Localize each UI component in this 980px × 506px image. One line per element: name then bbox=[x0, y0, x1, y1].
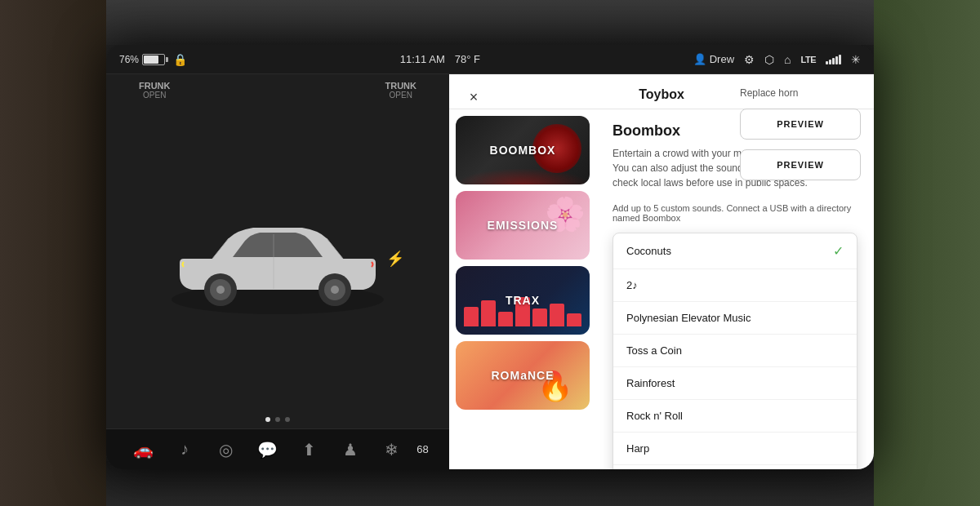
signal-bar-4 bbox=[835, 56, 838, 64]
status-right: 👤 Drew ⚙ ⬡ ⌂ LTE ✳ bbox=[693, 53, 861, 66]
lock-icon: 🔒 bbox=[173, 53, 187, 66]
nav-messages[interactable]: 💬 bbox=[251, 433, 283, 466]
bg-right bbox=[874, 0, 980, 506]
boombox-label: BOOMBOX bbox=[490, 144, 556, 157]
svg-point-3 bbox=[216, 286, 225, 294]
settings-icon[interactable]: ⚙ bbox=[744, 53, 755, 66]
car-area: ⚡ bbox=[106, 106, 449, 411]
signal-bar-1 bbox=[826, 61, 828, 64]
close-button[interactable]: × bbox=[462, 86, 485, 109]
sound-coconuts-label: Coconuts bbox=[626, 245, 671, 257]
car-labels: FRUNK OPEN TRUNK OPEN bbox=[106, 74, 449, 106]
status-left: 76% 🔒 bbox=[119, 53, 187, 66]
apps-grid: BOOMBOX EMISSIONS bbox=[449, 109, 596, 469]
status-bar: 76% 🔒 11:11 AM 78° F 👤 Drew ⚙ ⬡ ⌂ bbox=[106, 45, 874, 74]
trax-label: TRAX bbox=[506, 294, 540, 307]
frunk-label: FRUNK OPEN bbox=[139, 81, 171, 100]
main-content: FRUNK OPEN TRUNK OPEN bbox=[106, 74, 874, 469]
sound-polynesian-label: Polynesian Elevator Music bbox=[626, 312, 751, 324]
tesla-screen: 76% 🔒 11:11 AM 78° F 👤 Drew ⚙ ⬡ ⌂ bbox=[106, 45, 874, 469]
signal-bars bbox=[826, 55, 841, 64]
trax-bar-7 bbox=[567, 313, 581, 326]
selected-check-icon: ✓ bbox=[833, 243, 844, 259]
trunk-label: TRUNK OPEN bbox=[385, 81, 417, 100]
toybox-body: BOOMBOX EMISSIONS bbox=[449, 109, 874, 469]
signal-bar-3 bbox=[832, 58, 835, 64]
pagination-dots bbox=[106, 411, 449, 428]
nav-fan[interactable]: ❄ bbox=[375, 433, 408, 466]
app-romance[interactable]: ROMaNCE bbox=[456, 341, 590, 410]
trax-bar-3 bbox=[498, 312, 513, 326]
dot-2 bbox=[275, 417, 280, 422]
car-svg bbox=[147, 193, 408, 324]
left-panel: FRUNK OPEN TRUNK OPEN bbox=[106, 74, 449, 469]
current-time: 11:11 AM bbox=[400, 53, 445, 65]
nav-apps[interactable]: ⬆ bbox=[292, 433, 325, 466]
signal-bar-2 bbox=[829, 60, 831, 64]
add-custom-note: Add up to 5 custom sounds. Connect a USB… bbox=[612, 203, 858, 223]
battery-fill bbox=[144, 55, 158, 64]
nav-car[interactable]: 🚗 bbox=[127, 433, 159, 466]
sound-coconuts[interactable]: Coconuts ✓ bbox=[613, 233, 857, 269]
user-name-text: Drew bbox=[710, 53, 734, 65]
nav-music[interactable]: ♪ bbox=[168, 433, 201, 466]
sound-harp-label: Harp bbox=[626, 442, 649, 455]
trax-bar-6 bbox=[550, 304, 564, 326]
nav-climate[interactable]: ◎ bbox=[210, 433, 243, 466]
frunk-status: FRUNK bbox=[139, 81, 171, 91]
sound-toss-a-coin-label: Toss a Coin bbox=[626, 344, 682, 357]
screen-content: 76% 🔒 11:11 AM 78° F 👤 Drew ⚙ ⬡ ⌂ bbox=[106, 45, 874, 469]
sound-2[interactable]: 2♪ bbox=[613, 269, 857, 302]
trax-bar-2 bbox=[481, 300, 496, 326]
home-icon[interactable]: ⌂ bbox=[784, 53, 791, 66]
battery-bar bbox=[142, 54, 165, 65]
status-center: 11:11 AM 78° F bbox=[400, 53, 480, 65]
temperature-nav: 68 bbox=[416, 443, 428, 455]
right-panel: × Toybox BOOMBOX EMISSIONS bbox=[449, 74, 874, 469]
bottom-nav: 🚗 ♪ ◎ 💬 ⬆ ♟ ❄ 68 bbox=[106, 428, 449, 469]
nav-seat[interactable]: ♟ bbox=[334, 433, 367, 466]
app-boombox[interactable]: BOOMBOX bbox=[456, 116, 590, 184]
trax-bar-1 bbox=[464, 307, 479, 326]
sound-ice-cream[interactable]: Ice Cream bbox=[613, 465, 857, 469]
replace-horn-section: Replace horn PREVIEW PREVIEW bbox=[727, 109, 874, 203]
app-emissions[interactable]: EMISSIONS bbox=[456, 191, 590, 260]
user-display: 👤 Drew bbox=[693, 53, 734, 65]
lte-text: LTE bbox=[801, 55, 816, 64]
sound-rainforest-label: Rainforest bbox=[626, 377, 675, 389]
sound-toss-a-coin[interactable]: Toss a Coin bbox=[613, 335, 857, 367]
bg-top bbox=[106, 0, 874, 45]
charge-icon: ⚡ bbox=[386, 250, 404, 268]
battery-indicator: 76% bbox=[119, 54, 165, 65]
battery-percentage: 76% bbox=[119, 54, 139, 65]
camera-icon[interactable]: ⬡ bbox=[764, 53, 774, 66]
bg-left bbox=[0, 0, 106, 506]
trax-bar-5 bbox=[532, 308, 547, 326]
signal-bar-5 bbox=[839, 55, 841, 64]
lte-indicator: LTE bbox=[801, 55, 816, 64]
preview-button-1[interactable]: PREVIEW bbox=[740, 109, 861, 140]
svg-point-6 bbox=[331, 286, 339, 294]
sound-rock-label: Rock n' Roll bbox=[626, 410, 683, 422]
sound-2-label: 2♪ bbox=[626, 279, 638, 291]
sound-rock[interactable]: Rock n' Roll bbox=[613, 400, 857, 433]
sound-polynesian[interactable]: Polynesian Elevator Music bbox=[613, 302, 857, 335]
bluetooth-icon[interactable]: ✳ bbox=[851, 53, 861, 66]
trunk-status: TRUNK bbox=[385, 81, 417, 91]
preview-button-2[interactable]: PREVIEW bbox=[740, 149, 861, 180]
dot-1 bbox=[265, 417, 270, 422]
sound-dropdown: Coconuts ✓ 2♪ Polynesian Elevator Music … bbox=[612, 233, 858, 469]
emissions-label: EMISSIONS bbox=[488, 219, 559, 232]
user-icon: 👤 bbox=[693, 53, 706, 65]
app-trax[interactable]: TRAX bbox=[456, 266, 590, 335]
dot-3 bbox=[285, 417, 290, 422]
temperature-display: 78° F bbox=[455, 53, 480, 65]
sound-harp[interactable]: Harp bbox=[613, 433, 857, 465]
romance-label: ROMaNCE bbox=[491, 369, 554, 382]
sound-rainforest[interactable]: Rainforest bbox=[613, 367, 857, 400]
